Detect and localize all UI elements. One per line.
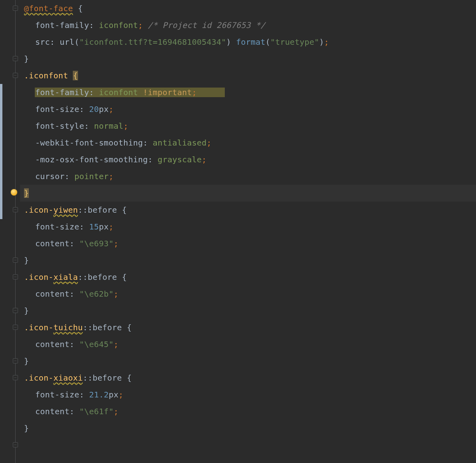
code-line[interactable]: .icon-tuichu::before { [20,319,476,336]
code-line[interactable]: .icon-xiaoxi::before { [20,369,476,386]
fold-icon[interactable] [13,442,18,447]
code-line[interactable]: .iconfont { [20,67,476,84]
code-line[interactable]: } [20,353,476,369]
fold-icon[interactable] [13,358,18,363]
fold-icon[interactable] [13,6,18,11]
fold-icon[interactable] [13,274,18,279]
fold-icon[interactable] [13,73,18,78]
fold-icon[interactable] [13,325,18,330]
code-line[interactable]: @font-face { [20,0,476,17]
code-editor[interactable]: @font-face { font-family: iconfont; /* P… [0,0,476,463]
code-line[interactable]: font-style: normal; [20,118,476,134]
code-line[interactable]: } [20,302,476,319]
code-line[interactable]: font-size: 20px; [20,101,476,118]
fold-icon[interactable] [13,207,18,212]
lightbulb-icon[interactable] [11,189,17,196]
code-line[interactable]: } [20,50,476,67]
code-line[interactable]: cursor: pointer; [20,168,476,185]
code-line[interactable]: font-size: 15px; [20,218,476,235]
at-rule: @font-face [24,4,73,14]
code-line[interactable]: -moz-osx-font-smoothing: grayscale; [20,151,476,168]
code-line[interactable]: } [20,252,476,269]
code-line[interactable]: .icon-yiwen::before { [20,202,476,218]
fold-icon[interactable] [13,56,18,61]
code-line[interactable]: } [20,420,476,437]
code-line[interactable]: content: "\e693"; [20,235,476,252]
code-line-current[interactable]: } [20,185,476,202]
code-line[interactable]: content: "\e645"; [20,336,476,353]
code-line[interactable]: font-size: 21.2px; [20,386,476,403]
code-line[interactable]: content: "\e62b"; [20,285,476,302]
code-line[interactable]: src: url("iconfont.ttf?t=1694681005434")… [20,34,476,50]
matched-brace: } [24,188,29,198]
matched-brace: { [73,71,78,80]
code-line[interactable]: font-family: iconfont; /* Project id 266… [20,17,476,34]
code-line[interactable]: font-family: iconfont !important; [20,84,476,101]
code-line[interactable]: -webkit-font-smoothing: antialiased; [20,134,476,151]
fold-icon[interactable] [13,308,18,313]
code-line[interactable]: content: "\e61f"; [20,403,476,420]
code-line[interactable]: .icon-xiala::before { [20,269,476,285]
fold-icon[interactable] [13,375,18,380]
gutter[interactable] [2,0,20,463]
code-area[interactable]: @font-face { font-family: iconfont; /* P… [20,0,476,463]
comment: /* Project id 2667653 */ [148,20,266,30]
fold-icon[interactable] [13,257,18,263]
